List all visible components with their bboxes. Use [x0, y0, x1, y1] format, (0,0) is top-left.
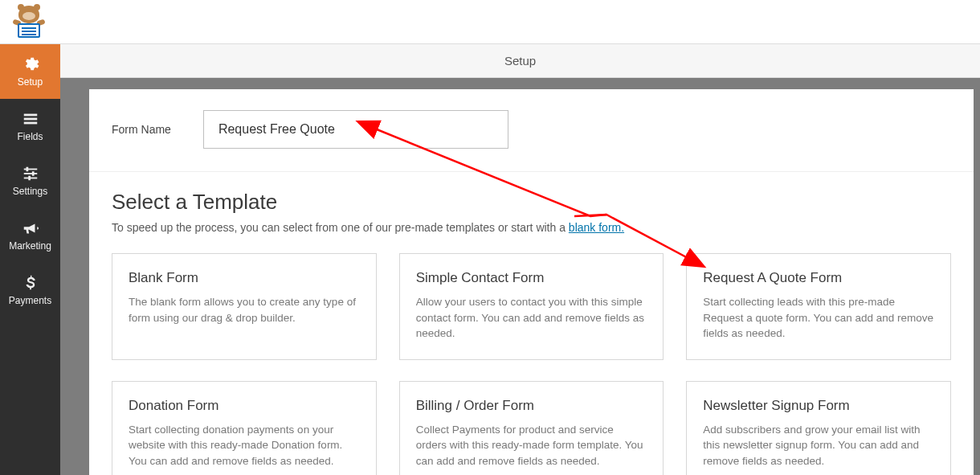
gear-icon: [22, 55, 39, 73]
sidebar-item-marketing[interactable]: Marketing: [0, 208, 60, 263]
stage: Form Name Select a Template To speed up …: [60, 78, 980, 475]
templates-heading: Select a Template: [112, 190, 951, 215]
template-cards: Blank Form The blank form allows you to …: [112, 253, 951, 475]
page-title: Setup: [504, 54, 536, 68]
form-name-input[interactable]: [203, 110, 508, 149]
card-title: Request A Quote Form: [703, 270, 934, 286]
form-name-label: Form Name: [112, 123, 171, 136]
fields-icon: [22, 110, 39, 128]
template-card-billing[interactable]: Billing / Order Form Collect Payments fo…: [399, 381, 664, 475]
header-bar: Setup: [60, 44, 980, 78]
svg-rect-8: [28, 176, 31, 181]
svg-rect-4: [26, 167, 28, 172]
svg-rect-5: [23, 173, 37, 174]
card-desc: Start collecting leads with this pre-mad…: [703, 294, 934, 342]
blank-form-link[interactable]: blank form.: [569, 221, 624, 234]
sidebar-item-label: Setup: [18, 76, 43, 88]
card-title: Donation Form: [129, 398, 360, 414]
sidebar-item-payments[interactable]: Payments: [0, 263, 60, 317]
sidebar-item-settings[interactable]: Settings: [0, 154, 60, 208]
card-title: Newsletter Signup Form: [703, 398, 934, 414]
template-card-request-quote[interactable]: Request A Quote Form Start collecting le…: [686, 253, 951, 360]
sidebar-item-label: Fields: [17, 131, 43, 142]
sidebar-item-label: Payments: [9, 295, 51, 306]
dollar-icon: [22, 274, 39, 292]
template-card-donation[interactable]: Donation Form Start collecting donation …: [112, 381, 377, 475]
sidebar-item-fields[interactable]: Fields: [0, 99, 60, 154]
card-desc: Allow your users to contact you with thi…: [416, 294, 647, 342]
svg-rect-3: [23, 169, 37, 170]
card-title: Billing / Order Form: [416, 398, 647, 414]
templates-intro: To speed up the process, you can select …: [112, 221, 951, 234]
top-strip: [0, 0, 980, 44]
svg-rect-6: [31, 171, 34, 176]
svg-rect-0: [23, 114, 37, 117]
form-name-row: Form Name: [89, 89, 974, 172]
svg-rect-1: [23, 118, 37, 121]
card-desc: Collect Payments for product and service…: [416, 422, 647, 469]
bullhorn-icon: [22, 219, 39, 237]
card-title: Simple Contact Form: [416, 270, 647, 286]
card-desc: Start collecting donation payments on yo…: [129, 422, 360, 469]
template-card-simple-contact[interactable]: Simple Contact Form Allow your users to …: [399, 253, 664, 360]
card-desc: The blank form allows you to create any …: [129, 294, 360, 326]
template-card-blank[interactable]: Blank Form The blank form allows you to …: [112, 253, 377, 360]
intro-text: To speed up the process, you can select …: [112, 221, 569, 234]
card-title: Blank Form: [129, 270, 360, 286]
template-section: Select a Template To speed up the proces…: [89, 172, 974, 475]
sidebar-item-label: Settings: [13, 186, 47, 197]
mascot-logo: [11, 4, 47, 39]
sliders-icon: [22, 165, 39, 182]
card-desc: Add subscribers and grow your email list…: [703, 422, 934, 469]
sidebar-item-setup[interactable]: Setup: [0, 44, 60, 99]
svg-rect-2: [23, 122, 37, 125]
template-card-newsletter[interactable]: Newsletter Signup Form Add subscribers a…: [686, 381, 951, 475]
sidebar: Setup Fields Settings Marketing Payments: [0, 44, 60, 475]
sidebar-item-label: Marketing: [9, 240, 51, 252]
main-panel: Form Name Select a Template To speed up …: [89, 89, 974, 475]
